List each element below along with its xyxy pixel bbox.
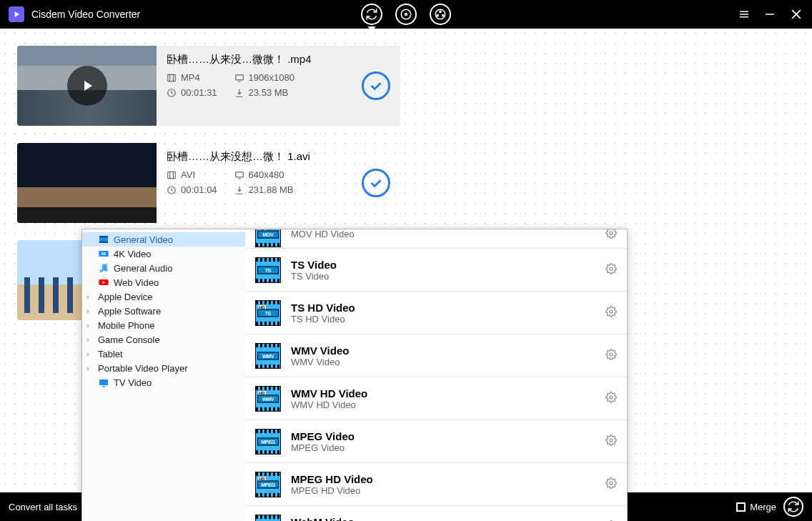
format-icon: HDTS [255,300,281,326]
format-title: MPEG Video [291,430,355,442]
category-label: 4K Video [114,249,152,259]
app-logo [9,6,24,22]
chevron-right-icon: › [86,292,89,301]
svg-point-5 [442,14,444,16]
category-item[interactable]: ›Apple Device [82,289,245,304]
chevron-right-icon: › [86,321,89,329]
category-item[interactable]: General Video [82,232,245,247]
svg-rect-38 [99,379,108,385]
format-item[interactable]: MPEG MPEG Video MPEG Video [245,420,627,463]
category-item[interactable]: ›Game Console [82,332,245,347]
select-toggle[interactable] [362,71,390,100]
svg-rect-18 [168,172,176,178]
format-settings-button[interactable] [605,263,617,277]
format-settings-button[interactable] [605,392,617,406]
category-item[interactable]: ›Mobile Phone [82,318,245,332]
checkbox-icon [736,502,746,512]
format-settings-button[interactable] [605,306,617,320]
format-title: TS HD Video [291,302,355,314]
format-item[interactable]: HDMOV MOV HD Video [245,229,627,249]
format-subtitle: MPEG HD Video [291,485,373,496]
format-title: WMV HD Video [291,387,367,400]
file-name: 卧槽……从来没…微微！ .mp4 [167,53,390,66]
chevron-right-icon: › [86,307,89,315]
svg-point-44 [610,396,613,399]
chevron-right-icon: › [86,364,89,372]
tv-icon [98,377,109,388]
category-item[interactable]: General Audio [82,261,245,275]
disc-icon [400,8,412,21]
svg-point-4 [437,14,438,16]
4k-icon: 4K [98,248,109,259]
svg-rect-12 [168,74,176,81]
file-format: MP4 [167,72,217,83]
category-label: Web Video [114,277,159,288]
minimize-button[interactable] [763,8,776,21]
category-list: General Video4K4K VideoGeneral AudioWeb … [82,229,245,521]
category-item[interactable]: TV Video [82,375,245,389]
format-icon: HDMPEG [255,472,281,497]
category-item[interactable]: 4K4K Video [82,247,245,261]
note-icon [98,262,109,274]
close-button[interactable] [789,7,803,21]
video-thumbnail[interactable] [17,46,157,126]
tab-rip[interactable] [430,4,451,25]
format-title: TS Video [291,259,337,271]
file-duration: 00:01:04 [167,184,217,195]
format-icon: WEBM [255,515,281,522]
svg-rect-21 [235,172,243,177]
format-item[interactable]: WEBM WebM Video WebM Video [245,506,627,521]
format-subtitle: TS HD Video [291,314,355,324]
close-icon [789,7,803,21]
format-settings-button[interactable] [605,349,617,363]
format-title: MPEG HD Video [291,473,373,485]
merge-label: Merge [750,502,776,512]
play-button[interactable] [67,66,107,106]
svg-point-45 [610,439,613,442]
minimize-icon [763,8,776,21]
category-label: TV Video [114,377,152,388]
category-item[interactable]: ›Portable Video Player [82,361,245,375]
format-item[interactable]: HDMPEG MPEG HD Video MPEG HD Video [245,463,627,506]
svg-text:4K: 4K [102,252,107,256]
svg-rect-15 [235,74,243,79]
select-toggle[interactable] [362,169,390,197]
svg-point-41 [610,267,613,270]
format-settings-button[interactable] [605,477,617,492]
start-convert-button[interactable] [783,497,803,517]
youtube-icon [98,277,109,288]
svg-point-42 [610,310,613,313]
category-label: Game Console [98,334,160,345]
format-item[interactable]: HDWMV WMV HD Video WMV HD Video [245,377,627,420]
menu-icon [738,8,751,21]
tab-convert[interactable] [361,4,382,25]
menu-button[interactable] [738,8,751,21]
film-icon [434,8,447,21]
file-card[interactable]: 卧槽……从来没…微微！ .mp4 MP4 1906x1080 00:01:31 … [17,46,400,126]
video-thumbnail[interactable] [17,143,157,223]
format-settings-button[interactable] [605,229,617,242]
file-duration: 00:01:31 [167,87,217,98]
format-item[interactable]: HDTS TS HD Video TS HD Video [245,292,627,334]
format-item[interactable]: WMV WMV Video WMV Video [245,334,627,377]
category-item[interactable]: ›Apple Software [82,304,245,318]
file-card[interactable]: 卧槽……从来没想…微！ 1.avi AVI 640x480 00:01:04 2… [17,143,400,223]
format-icon: WMV [255,343,281,369]
svg-point-40 [610,232,613,234]
format-settings-button[interactable] [605,435,617,449]
format-subtitle: MOV HD Video [291,229,355,239]
format-icon: MPEG [255,429,281,455]
format-subtitle: MPEG Video [291,442,355,453]
format-subtitle: WMV HD Video [291,400,367,410]
merge-toggle[interactable]: Merge [736,502,776,512]
category-item[interactable]: Web Video [82,275,245,289]
category-item[interactable]: ›Tablet [82,347,245,361]
format-list[interactable]: HDMOV MOV HD Video TS TS Video TS Video … [245,229,627,521]
format-item[interactable]: TS TS Video TS Video [245,249,627,292]
format-subtitle: WMV Video [291,357,349,367]
format-icon: HDMOV [255,229,281,247]
svg-point-0 [401,9,411,19]
category-label: Mobile Phone [98,320,155,331]
tab-download[interactable] [395,4,417,25]
file-name: 卧槽……从来没想…微！ 1.avi [167,150,390,164]
